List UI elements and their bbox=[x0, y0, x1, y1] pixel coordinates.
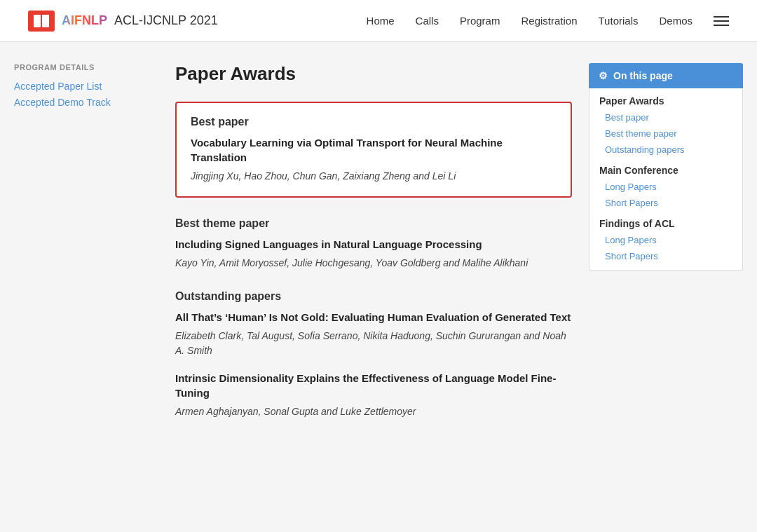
best-paper-authors: Jingjing Xu, Hao Zhou, Chun Gan, Zaixian… bbox=[191, 169, 557, 184]
toc-item-best-paper[interactable]: Best paper bbox=[589, 109, 742, 125]
best-theme-paper-label: Best theme paper bbox=[175, 217, 572, 230]
hamburger-menu[interactable] bbox=[714, 16, 729, 26]
outstanding-paper-1: All That’s ‘Human’ Is Not Gold: Evaluati… bbox=[175, 310, 572, 358]
content-area: Paper Awards Best paper Vocabulary Learn… bbox=[175, 63, 743, 439]
outstanding-papers-label: Outstanding papers bbox=[175, 290, 572, 303]
outstanding-paper-2-title: Intrinsic Dimensionality Explains the Ef… bbox=[175, 371, 572, 400]
svg-rect-0 bbox=[34, 15, 41, 27]
logo-text: AIFNLP bbox=[62, 13, 107, 28]
nav-tutorials[interactable]: Tutorials bbox=[599, 15, 639, 27]
main-content: Paper Awards Best paper Vocabulary Learn… bbox=[175, 63, 572, 439]
left-sidebar: PROGRAM DETAILS Accepted Paper List Acce… bbox=[14, 63, 154, 439]
best-theme-paper-authors: Kayo Yin, Amit Moryossef, Julie Hochgesa… bbox=[175, 256, 572, 271]
toc-section-main-conference: Main Conference bbox=[589, 158, 742, 179]
toc-item-main-long-papers[interactable]: Long Papers bbox=[589, 179, 742, 195]
toc-body: Paper Awards Best paper Best theme paper… bbox=[589, 88, 743, 271]
sidebar-section-label: PROGRAM DETAILS bbox=[14, 63, 154, 71]
svg-rect-1 bbox=[42, 15, 49, 27]
page-title: Paper Awards bbox=[175, 63, 572, 85]
gear-icon: ⚙ bbox=[599, 70, 608, 81]
nav-home[interactable]: Home bbox=[367, 15, 395, 27]
nav-program[interactable]: Program bbox=[460, 15, 500, 27]
outstanding-paper-1-authors: Elizabeth Clark, Tal August, Sofia Serra… bbox=[175, 329, 572, 358]
toc-item-findings-short-papers[interactable]: Short Papers bbox=[589, 248, 742, 270]
nav-calls[interactable]: Calls bbox=[416, 15, 439, 27]
best-theme-paper-title: Including Signed Languages in Natural La… bbox=[175, 237, 572, 252]
best-paper-title: Vocabulary Learning via Optimal Transpor… bbox=[191, 135, 557, 165]
site-header: AIFNLP ACL-IJCNLP 2021 Home Calls Progra… bbox=[0, 0, 757, 42]
outstanding-paper-1-title: All That’s ‘Human’ Is Not Gold: Evaluati… bbox=[175, 310, 572, 325]
nav-registration[interactable]: Registration bbox=[521, 15, 577, 27]
logo-icon bbox=[28, 11, 55, 32]
toc-section-paper-awards: Paper Awards bbox=[589, 88, 742, 109]
best-paper-label: Best paper bbox=[191, 116, 557, 128]
sidebar-link-accepted-demo-track[interactable]: Accepted Demo Track bbox=[14, 97, 111, 108]
toc-header-label: On this page bbox=[613, 70, 673, 81]
toc-section-findings-acl: Findings of ACL bbox=[589, 211, 742, 232]
best-paper-box: Best paper Vocabulary Learning via Optim… bbox=[175, 102, 572, 198]
site-title: ACL-IJCNLP 2021 bbox=[114, 13, 218, 28]
main-nav: Home Calls Program Registration Tutorial… bbox=[367, 15, 729, 27]
outstanding-papers-section: Outstanding papers All That’s ‘Human’ Is… bbox=[175, 290, 572, 419]
logo-container: AIFNLP ACL-IJCNLP 2021 bbox=[28, 11, 218, 32]
outstanding-paper-2-authors: Armen Aghajanyan, Sonal Gupta and Luke Z… bbox=[175, 404, 572, 419]
toc-item-main-short-papers[interactable]: Short Papers bbox=[589, 195, 742, 211]
nav-demos[interactable]: Demos bbox=[659, 15, 693, 27]
toc-item-best-theme-paper[interactable]: Best theme paper bbox=[589, 125, 742, 142]
toc-sidebar: ⚙ On this page Paper Awards Best paper B… bbox=[589, 63, 743, 439]
page-layout: PROGRAM DETAILS Accepted Paper List Acce… bbox=[0, 42, 757, 460]
toc-item-findings-long-papers[interactable]: Long Papers bbox=[589, 232, 742, 248]
sidebar-link-accepted-paper-list[interactable]: Accepted Paper List bbox=[14, 81, 102, 92]
toc-item-outstanding-papers[interactable]: Outstanding papers bbox=[589, 142, 742, 158]
toc-header: ⚙ On this page bbox=[589, 63, 743, 88]
best-theme-paper-section: Best theme paper Including Signed Langua… bbox=[175, 217, 572, 271]
sidebar-links: Accepted Paper List Accepted Demo Track bbox=[14, 80, 154, 108]
outstanding-paper-2: Intrinsic Dimensionality Explains the Ef… bbox=[175, 371, 572, 419]
